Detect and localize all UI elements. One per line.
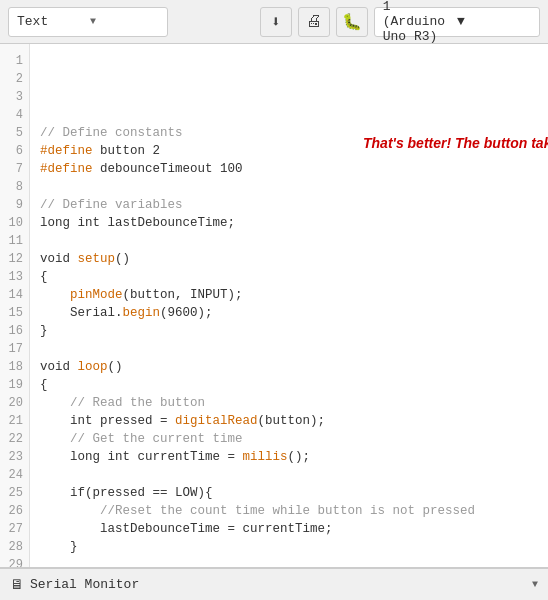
code-token-comment: // Read the button xyxy=(70,396,205,410)
code-line xyxy=(40,340,548,358)
code-token-comment: //Reset the count time while button is n… xyxy=(100,504,475,518)
code-token-plain: debounceTimeout 100 xyxy=(93,162,243,176)
line-number: 7 xyxy=(0,160,29,178)
code-token-plain: { xyxy=(40,378,48,392)
line-number: 15 xyxy=(0,304,29,322)
code-token-comment: // Define variables xyxy=(40,198,183,212)
code-token-plain: long int currentTime = xyxy=(40,450,243,464)
code-line: // Read the button xyxy=(40,394,548,412)
code-line: } xyxy=(40,538,548,556)
line-number: 20 xyxy=(0,394,29,412)
code-line: void loop() xyxy=(40,358,548,376)
code-token-func: digitalRead xyxy=(175,414,258,428)
code-content[interactable]: That's better! The button take a little … xyxy=(30,44,548,567)
code-token-plain: lastDebounceTime = currentTime; xyxy=(40,522,333,536)
code-token-plain xyxy=(40,396,70,410)
line-number: 3 xyxy=(0,88,29,106)
line-number: 6 xyxy=(0,142,29,160)
code-token-plain xyxy=(40,432,70,446)
line-number: 12 xyxy=(0,250,29,268)
code-line: void setup() xyxy=(40,250,548,268)
status-bar-arrow: ▼ xyxy=(532,579,538,590)
code-token-func: begin xyxy=(123,306,161,320)
file-type-arrow: ▼ xyxy=(90,16,159,27)
line-number: 17 xyxy=(0,340,29,358)
code-line: { xyxy=(40,268,548,286)
annotation: That's better! The button take a little … xyxy=(363,134,538,154)
code-token-plain: button 2 xyxy=(93,144,161,158)
code-line: // Get the current time xyxy=(40,430,548,448)
code-token-plain xyxy=(40,288,70,302)
code-line: pinMode(button, INPUT); xyxy=(40,286,548,304)
line-number: 14 xyxy=(0,286,29,304)
code-token-func: setup xyxy=(78,252,116,266)
save-icon: 🖨 xyxy=(306,12,322,31)
line-number: 5 xyxy=(0,124,29,142)
code-line: Serial.begin(9600); xyxy=(40,304,548,322)
code-token-plain: () xyxy=(115,252,130,266)
code-line: // Define variables xyxy=(40,196,548,214)
line-number: 28 xyxy=(0,538,29,556)
line-number: 23 xyxy=(0,448,29,466)
file-type-label: Text xyxy=(17,14,86,29)
line-number: 22 xyxy=(0,430,29,448)
line-number: 16 xyxy=(0,322,29,340)
code-token-plain: void xyxy=(40,360,78,374)
download-button[interactable]: ⬇ xyxy=(260,7,292,37)
board-arrow: ▼ xyxy=(457,14,531,29)
code-line xyxy=(40,232,548,250)
debug-button[interactable]: 🐛 xyxy=(336,7,368,37)
code-token-plain: () xyxy=(108,360,123,374)
line-number: 27 xyxy=(0,520,29,538)
code-token-plain: (button, INPUT); xyxy=(123,288,243,302)
line-number: 2 xyxy=(0,70,29,88)
code-line: //Reset the count time while button is n… xyxy=(40,502,548,520)
code-token-func: millis xyxy=(243,450,288,464)
code-token-plain: } xyxy=(40,540,78,554)
code-token-plain: (); xyxy=(288,450,311,464)
line-numbers: 1234567891011121314151617181920212223242… xyxy=(0,44,30,567)
code-editor[interactable]: 1234567891011121314151617181920212223242… xyxy=(0,44,548,568)
code-token-plain: (button); xyxy=(258,414,326,428)
code-token-plain: (9600); xyxy=(160,306,213,320)
code-token-keyword: #define xyxy=(40,162,93,176)
code-line: #define debounceTimeout 100 xyxy=(40,160,548,178)
status-bar[interactable]: 🖥 Serial Monitor ▼ xyxy=(0,568,548,600)
code-line: lastDebounceTime = currentTime; xyxy=(40,520,548,538)
file-type-select[interactable]: Text ▼ xyxy=(8,7,168,37)
code-token-plain: Serial. xyxy=(40,306,123,320)
line-number: 24 xyxy=(0,466,29,484)
debug-icon: 🐛 xyxy=(342,12,362,32)
code-line xyxy=(40,178,548,196)
line-number: 21 xyxy=(0,412,29,430)
code-line: { xyxy=(40,376,548,394)
code-line: if(pressed == LOW){ xyxy=(40,484,548,502)
serial-monitor-icon: 🖥 xyxy=(10,577,24,593)
code-line xyxy=(40,556,548,568)
serial-monitor-label: Serial Monitor xyxy=(30,577,532,592)
line-number: 9 xyxy=(0,196,29,214)
code-token-comment: // Define constants xyxy=(40,126,183,140)
code-line: int pressed = digitalRead(button); xyxy=(40,412,548,430)
code-line: long int currentTime = millis(); xyxy=(40,448,548,466)
code-line: long int lastDebounceTime; xyxy=(40,214,548,232)
code-line: } xyxy=(40,322,548,340)
line-number: 1 xyxy=(0,52,29,70)
code-token-keyword: #define xyxy=(40,144,93,158)
code-token-plain xyxy=(40,504,100,518)
code-token-func: pinMode xyxy=(70,288,123,302)
code-token-plain: } xyxy=(40,324,48,338)
line-number: 8 xyxy=(0,178,29,196)
toolbar: Text ▼ ⬇ 🖨 🐛 1 (Arduino Uno R3) ▼ xyxy=(0,0,548,44)
download-icon: ⬇ xyxy=(271,12,281,32)
code-token-plain: long int lastDebounceTime; xyxy=(40,216,235,230)
code-token-plain: if(pressed == LOW){ xyxy=(40,486,213,500)
save-button[interactable]: 🖨 xyxy=(298,7,330,37)
line-number: 26 xyxy=(0,502,29,520)
line-number: 25 xyxy=(0,484,29,502)
code-token-comment: // Get the current time xyxy=(70,432,243,446)
board-select[interactable]: 1 (Arduino Uno R3) ▼ xyxy=(374,7,540,37)
code-line xyxy=(40,466,548,484)
line-number: 4 xyxy=(0,106,29,124)
line-number: 19 xyxy=(0,376,29,394)
